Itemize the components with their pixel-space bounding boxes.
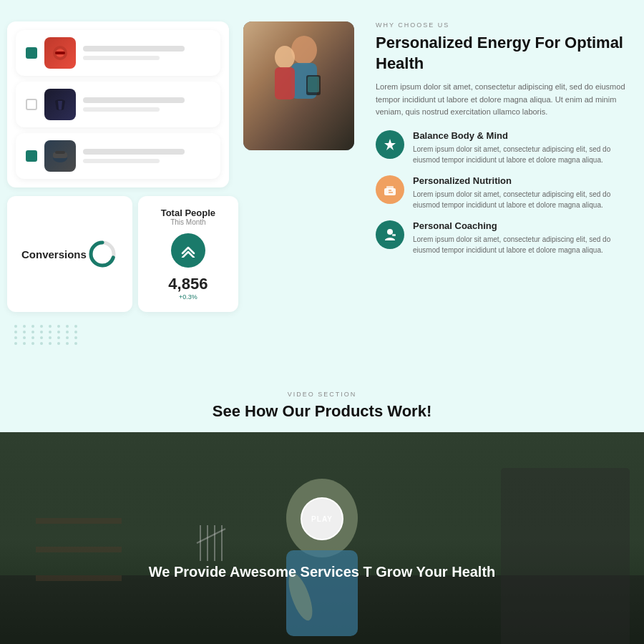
feature-title-2: Personalized Nutrition bbox=[413, 175, 630, 186]
product-lines-3 bbox=[83, 149, 210, 163]
product-lines-1 bbox=[83, 46, 210, 60]
product-checkbox-1 bbox=[26, 47, 37, 59]
coaching-icon bbox=[383, 228, 397, 242]
nutrition-icon bbox=[383, 182, 397, 197]
feature-icon-1 bbox=[376, 130, 404, 159]
why-choose-tag: WHY CHOOSE US bbox=[376, 21, 630, 29]
product-card-wrapper bbox=[7, 21, 229, 187]
svg-rect-13 bbox=[275, 67, 295, 99]
video-caption: We Provide Awesome Services T Grow Your … bbox=[149, 562, 496, 582]
product-icon-2 bbox=[49, 94, 71, 115]
gym-photo bbox=[243, 21, 354, 150]
total-people-card: Total People This Month 4,856 +0.3% bbox=[138, 196, 238, 312]
feature-title-1: Balance Body & Mind bbox=[413, 130, 630, 141]
feature-icon-2 bbox=[376, 175, 404, 204]
total-people-subtitle: This Month bbox=[150, 218, 227, 226]
conversions-label: Conversions bbox=[21, 248, 87, 260]
feature-title-3: Personal Coaching bbox=[413, 220, 630, 231]
svg-point-10 bbox=[291, 36, 317, 64]
conversions-donut-chart bbox=[87, 238, 118, 270]
feature-item-3: Personal Coaching Lorem ipsum dolor sit … bbox=[376, 220, 630, 255]
svg-rect-21 bbox=[392, 234, 396, 236]
svg-rect-17 bbox=[386, 186, 394, 190]
svg-rect-30 bbox=[36, 547, 122, 552]
svg-point-20 bbox=[387, 229, 393, 235]
feature-desc-2: Lorem ipsum dolor sit amet, consectetur … bbox=[413, 189, 630, 210]
svg-rect-2 bbox=[55, 52, 65, 54]
feature-text-1: Balance Body & Mind Lorem ipsum dolor si… bbox=[413, 130, 630, 165]
video-section-title: See How Our Products Work! bbox=[14, 402, 630, 421]
feature-item-1: Balance Body & Mind Lorem ipsum dolor si… bbox=[376, 130, 630, 165]
why-choose-title: Personalized Energy For Optimal Health bbox=[376, 33, 630, 74]
product-checkbox-3 bbox=[26, 150, 37, 162]
product-card-3 bbox=[16, 133, 220, 179]
product-image-3 bbox=[44, 140, 76, 172]
why-choose-section: Conversions Total People This Month bbox=[0, 0, 644, 374]
svg-rect-15 bbox=[308, 77, 319, 92]
play-button[interactable]: PLAY bbox=[301, 497, 343, 540]
svg-point-12 bbox=[275, 46, 295, 69]
right-content: WHY CHOOSE US Personalized Energy For Op… bbox=[369, 21, 630, 265]
dots-pattern bbox=[7, 318, 229, 352]
svg-rect-31 bbox=[36, 575, 122, 581]
conversions-card: Conversions bbox=[7, 196, 132, 312]
feature-desc-3: Lorem ipsum dolor sit amet, consectetur … bbox=[413, 234, 630, 255]
feature-item-2: Personalized Nutrition Lorem ipsum dolor… bbox=[376, 175, 630, 210]
video-section-header: VIDEO SECTION See How Our Products Work! bbox=[0, 374, 644, 432]
video-area: PLAY We Provide Awesome Services T Grow … bbox=[0, 432, 644, 644]
product-checkbox-2 bbox=[26, 99, 37, 110]
video-caption-text: We Provide Awesome Services T Grow Your … bbox=[149, 564, 496, 580]
total-people-change: +0.3% bbox=[150, 293, 227, 301]
play-label: PLAY bbox=[311, 515, 333, 523]
product-image-1 bbox=[44, 37, 76, 69]
svg-rect-25 bbox=[501, 468, 630, 644]
double-arrow-icon bbox=[180, 243, 197, 258]
feature-text-2: Personalized Nutrition Lorem ipsum dolor… bbox=[413, 175, 630, 210]
total-people-number: 4,856 bbox=[150, 275, 227, 293]
gym-photo-svg bbox=[243, 21, 354, 150]
svg-rect-29 bbox=[36, 518, 122, 524]
video-section-tag: VIDEO SECTION bbox=[14, 391, 630, 398]
total-people-title: Total People bbox=[150, 208, 227, 218]
product-icon-3 bbox=[49, 145, 71, 167]
product-image-2 bbox=[44, 89, 76, 120]
why-choose-description: Lorem ipsum dolor sit amet, consectetur … bbox=[376, 81, 630, 119]
total-people-arrow bbox=[171, 233, 205, 268]
balance-icon bbox=[383, 137, 397, 152]
svg-rect-5 bbox=[55, 151, 65, 154]
feature-desc-1: Lorem ipsum dolor sit amet, consectetur … bbox=[413, 144, 630, 165]
product-lines-2 bbox=[83, 97, 210, 112]
feature-icon-3 bbox=[376, 220, 404, 249]
product-card-1 bbox=[16, 30, 220, 76]
product-card-2 bbox=[16, 82, 220, 127]
product-icon-1 bbox=[49, 42, 71, 64]
feature-text-3: Personal Coaching Lorem ipsum dolor sit … bbox=[413, 220, 630, 255]
left-panel: Conversions Total People This Month bbox=[7, 21, 229, 352]
